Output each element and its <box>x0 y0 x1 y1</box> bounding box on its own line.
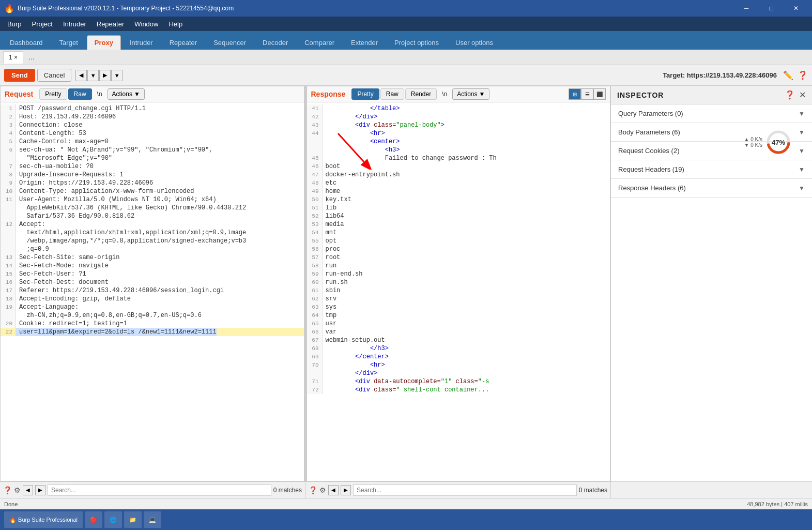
subtab-more[interactable]: … <box>23 52 40 63</box>
statusbar: Done 48,982 bytes | 407 millis <box>0 498 812 509</box>
inspector-section-body-params-title: Body Parameters (6) <box>618 128 680 136</box>
left-search-input[interactable] <box>48 484 271 496</box>
request-actions-button[interactable]: Actions ▼ <box>108 88 145 100</box>
inspector-section-response-headers-header[interactable]: Response Headers (6) ▼ <box>611 179 812 197</box>
response-tab-pretty[interactable]: Pretty <box>351 88 379 100</box>
right-help-icon[interactable]: ❓ <box>309 486 317 494</box>
left-prev-button[interactable]: ◀ <box>23 485 33 495</box>
right-next-button[interactable]: ▶ <box>341 485 351 495</box>
nav-forward-dropdown-button[interactable]: ▼ <box>111 70 122 81</box>
code-line-7: 7 sec-ch-ua-mobile: ?0 <box>1 162 304 171</box>
inspector-section-query-params-title: Query Parameters (0) <box>618 110 683 117</box>
code-line-r72: 72 <div class=" shell-cont container... <box>307 386 610 394</box>
response-panel-title: Response <box>311 90 346 98</box>
request-tab-pretty[interactable]: Pretty <box>39 88 67 100</box>
view-vertical-button[interactable]: ⬛ <box>593 88 606 100</box>
inspector-body-params-chevron-icon: ▼ <box>799 129 805 136</box>
left-next-button[interactable]: ▶ <box>35 485 45 495</box>
edit-target-icon[interactable]: ✏️ <box>783 70 793 80</box>
tab-project-options[interactable]: Project options <box>387 35 447 50</box>
view-split-button[interactable]: ⊞ <box>569 88 581 100</box>
response-tab-raw[interactable]: Raw <box>380 88 404 100</box>
tab-extender[interactable]: Extender <box>343 35 386 50</box>
right-search-input[interactable] <box>353 484 577 496</box>
request-tab-raw[interactable]: Raw <box>68 88 92 100</box>
minimize-button[interactable]: ─ <box>734 0 758 17</box>
cancel-button[interactable]: Cancel <box>37 69 71 82</box>
taskbar-item-4[interactable]: 📁 <box>124 511 142 528</box>
status-bytes: 48,982 bytes | 407 millis <box>747 501 808 507</box>
tab-user-options[interactable]: User options <box>448 35 501 50</box>
titlebar: 🔥 Burp Suite Professional v2020.12.1 - T… <box>0 0 812 17</box>
request-panel-content[interactable]: 1 POST /password_change.cgi HTTP/1.1 2 H… <box>1 102 304 481</box>
app-icon: 🔥 <box>4 4 14 13</box>
code-line-1: 1 POST /password_change.cgi HTTP/1.1 <box>1 104 304 113</box>
nav-dropdown-button[interactable]: ▼ <box>87 70 99 81</box>
code-line-r65: 65 usr <box>307 320 610 328</box>
response-panel-content[interactable]: 41 </table> 42 </div> 43 <div class="pan… <box>307 102 610 481</box>
nav-tabs: Dashboard Target Proxy Intruder Repeater… <box>0 31 812 50</box>
code-line-11b: AppleWebKit/537.36 (KHTML, like Gecko) C… <box>1 204 304 212</box>
view-horizontal-button[interactable]: ☰ <box>581 88 593 100</box>
code-line-19b: zh-CN,zh;q=0.9,en;q=0.8,en-GB;q=0.7,en-U… <box>1 311 304 320</box>
left-help-icon[interactable]: ❓ <box>3 486 12 494</box>
menu-repeater[interactable]: Repeater <box>91 18 129 30</box>
tab-repeater[interactable]: Repeater <box>162 35 205 50</box>
taskbar-item-3[interactable]: 🌐 <box>104 511 122 528</box>
code-line-r48: 48 etc <box>307 179 610 187</box>
taskbar-item-2[interactable]: 🔴 <box>85 511 102 528</box>
close-button[interactable]: ✕ <box>784 0 808 17</box>
tab-sequencer[interactable]: Sequencer <box>206 35 254 50</box>
right-settings-icon[interactable]: ⚙ <box>319 486 326 494</box>
help-target-icon[interactable]: ❓ <box>798 70 808 80</box>
code-line-r69: 69 </center> <box>307 353 610 361</box>
send-button[interactable]: Send <box>4 69 35 82</box>
circular-progress-container: ▲ 0 K/s ▼ 0 K/s 47% <box>744 129 791 155</box>
menu-help[interactable]: Help <box>163 18 188 30</box>
taskbar: 🔥 Burp Suite Professional 🔴 🌐 📁 💻 <box>0 509 812 530</box>
code-line-r41: 41 </table> <box>307 104 610 113</box>
nav-back-button[interactable]: ◀ <box>75 70 87 81</box>
menu-project[interactable]: Project <box>26 18 57 30</box>
code-line-r42: 42 </div> <box>307 113 610 121</box>
tab-proxy[interactable]: Proxy <box>87 35 121 50</box>
tab-decoder[interactable]: Decoder <box>255 35 296 50</box>
titlebar-title: Burp Suite Professional v2020.12.1 - Tem… <box>18 5 734 12</box>
right-prev-button[interactable]: ◀ <box>328 485 339 495</box>
code-line-r44: 44 <hr> <box>307 129 610 138</box>
code-line-r59: 59 run-end.sh <box>307 270 610 278</box>
inspector-help-icon[interactable]: ❓ <box>785 90 795 100</box>
circular-gauge: 47% <box>765 129 791 155</box>
menu-intruder[interactable]: Intruder <box>58 18 91 30</box>
response-tab-newline[interactable]: \n <box>438 89 451 99</box>
tab-dashboard[interactable]: Dashboard <box>2 35 51 50</box>
inspector-section-query-params: Query Parameters (0) ▼ <box>611 104 812 123</box>
code-line-r70: 70 <hr> <box>307 361 610 369</box>
menu-burp[interactable]: Burp <box>2 18 26 30</box>
maximize-button[interactable]: □ <box>759 0 783 17</box>
inspector-close-icon[interactable]: ✕ <box>799 90 806 100</box>
inspector-section-response-headers-title: Response Headers (6) <box>618 184 686 192</box>
bottom-bar-right: ❓ ⚙ ◀ ▶ 0 matches <box>305 482 610 498</box>
response-actions-button[interactable]: Actions ▼ <box>452 88 489 100</box>
code-line-r47: 47 docker-entrypoint.sh <box>307 171 610 179</box>
inspector-panel: INSPECTOR ❓ ✕ Query Parameters (0) ▼ Bod… <box>610 86 812 481</box>
nav-forward-button[interactable]: ▶ <box>99 70 111 81</box>
request-tab-newline[interactable]: \n <box>93 89 106 99</box>
tab-comparer[interactable]: Comparer <box>297 35 342 50</box>
code-line-20: 20 Cookie: redirect=1; testing=1 <box>1 320 304 328</box>
menu-window[interactable]: Window <box>129 18 163 30</box>
taskbar-item-5[interactable]: 💻 <box>144 511 161 528</box>
code-line-r50: 50 key.txt <box>307 195 610 204</box>
subtab-1[interactable]: 1 × <box>3 51 23 64</box>
inspector-section-query-params-header[interactable]: Query Parameters (0) ▼ <box>611 104 812 123</box>
left-settings-icon[interactable]: ⚙ <box>14 486 21 494</box>
inspector-section-request-headers-title: Request Headers (19) <box>618 165 684 173</box>
response-tab-render[interactable]: Render <box>405 88 437 100</box>
left-search-matches: 0 matches <box>273 487 302 494</box>
taskbar-burp[interactable]: 🔥 Burp Suite Professional <box>4 511 83 528</box>
gauge-percentage: 47% <box>772 139 785 146</box>
inspector-section-request-headers-header[interactable]: Request Headers (19) ▼ <box>611 160 812 178</box>
tab-intruder[interactable]: Intruder <box>122 35 161 50</box>
tab-target[interactable]: Target <box>52 35 86 50</box>
